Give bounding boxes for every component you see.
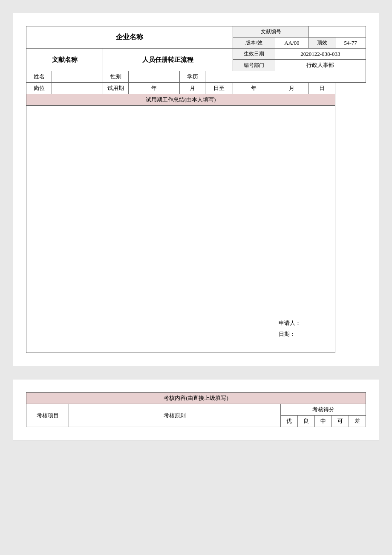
effective-date-label: 生效日期 [233, 49, 275, 60]
assessment-header-row: 考核内容(由直接上级填写) [26, 393, 366, 404]
gender-label: 性别 [103, 71, 129, 83]
assessment-col-headers: 考核项目 考核原则 考核得分 [26, 404, 366, 416]
probation-year1: 年 [129, 83, 180, 94]
summary-header: 试用期工作总结(由本人填写) [26, 94, 335, 106]
item-col-header: 考核项目 [26, 404, 69, 427]
principle-col-header: 考核原则 [69, 404, 281, 427]
assessment-header: 考核内容(由直接上级填写) [26, 393, 366, 404]
pages-label: 顶效 [309, 38, 335, 49]
probation-month2: 月 [275, 83, 308, 94]
probation-month1: 月 [180, 83, 205, 94]
name-value [52, 71, 103, 83]
position-label: 岗位 [26, 83, 52, 94]
summary-content-cell: 申请人： 日期： [26, 106, 335, 353]
position-value [52, 83, 103, 94]
doc-name-label: 文献名称 [26, 49, 103, 71]
form-page-1: 企业名称 文献编号 版本/效 AA/00 顶效 54-77 文献名称 人员任册转… [13, 13, 379, 366]
dept-value: 行政人事部 [275, 60, 366, 71]
doc-code-label: 文献编号 [233, 26, 309, 38]
edu-value [205, 71, 366, 83]
probation-year2: 年 [233, 83, 275, 94]
score-col-header: 考核得分 [281, 404, 366, 416]
date-label: 日期： [279, 329, 301, 340]
assessment-table: 考核内容(由直接上级填写) 考核项目 考核原则 考核得分 优 良 中 可 差 [26, 392, 366, 427]
dept-label: 编号部门 [233, 60, 275, 71]
ok-header: 可 [332, 416, 349, 427]
pages-value: 54-77 [335, 38, 366, 49]
version-value: AA/00 [275, 38, 308, 49]
main-form-table: 企业名称 文献编号 版本/效 AA/00 顶效 54-77 文献名称 人员任册转… [26, 26, 366, 353]
poor-header: 差 [349, 416, 366, 427]
position-row: 岗位 试用期 年 月 日至 年 月 日 [26, 83, 366, 94]
effective-date-value: 2020122-038-033 [275, 49, 366, 60]
personal-info-row: 姓名 性别 学历 [26, 71, 366, 83]
doc-code-value [309, 26, 366, 38]
company-row: 企业名称 文献编号 [26, 26, 366, 38]
summary-header-row: 试用期工作总结(由本人填写) [26, 94, 366, 106]
probation-day2: 日 [309, 83, 335, 94]
excellent-header: 优 [281, 416, 298, 427]
version-label: 版本/效 [233, 38, 275, 49]
applicant-label: 申请人： [279, 318, 301, 329]
name-label: 姓名 [26, 71, 52, 83]
doc-name-value: 人员任册转正流程 [142, 56, 193, 63]
probation-day1: 日至 [205, 83, 233, 94]
applicant-info-block: 申请人： 日期： [279, 318, 301, 340]
probation-label: 试用期 [103, 83, 129, 94]
form-page-2: 考核内容(由直接上级填写) 考核项目 考核原则 考核得分 优 良 中 可 差 [13, 379, 379, 440]
good-header: 良 [298, 416, 315, 427]
docname-row: 文献名称 人员任册转正流程 生效日期 2020122-038-033 [26, 49, 366, 60]
medium-header: 中 [315, 416, 332, 427]
company-name-label: 企业名称 [116, 33, 143, 40]
summary-content-row: 申请人： 日期： [26, 106, 366, 353]
edu-label: 学历 [180, 71, 205, 83]
gender-value [129, 71, 180, 83]
